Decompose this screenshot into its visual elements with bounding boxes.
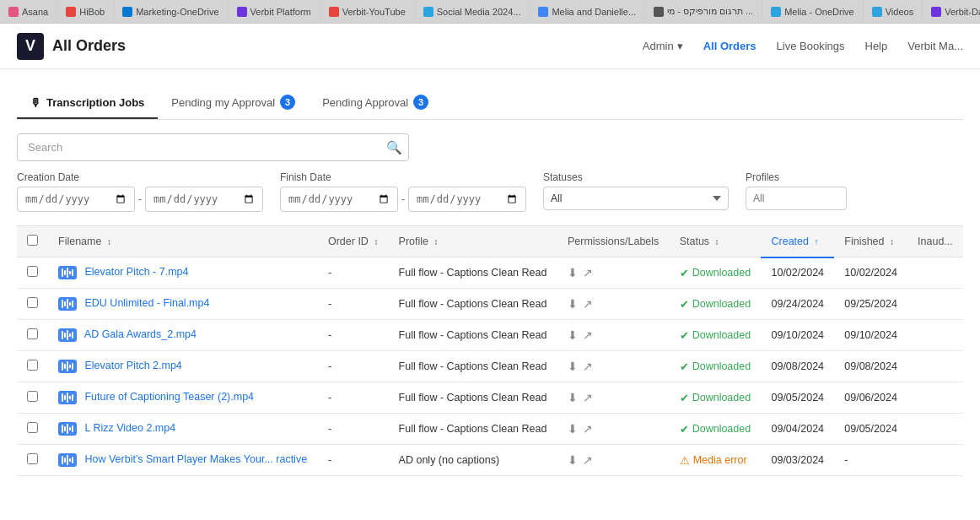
row-checkbox[interactable] <box>27 328 38 339</box>
col-label-permissions: Permissions/Labels <box>568 236 659 247</box>
filter-statuses: Statuses All <box>543 171 729 210</box>
row-permissions-cell: ⬇ ↗ <box>557 382 670 414</box>
svg-rect-19 <box>72 363 73 370</box>
browser-tab-asana[interactable]: Asana <box>0 0 57 23</box>
nav-links: Admin ▾ All Orders Live Bookings Help Ve… <box>643 40 963 52</box>
tab-pending-my-approval[interactable]: Pending my Approval 3 <box>158 86 309 120</box>
finish-date-start[interactable] <box>280 187 398 212</box>
nav-link-live-bookings[interactable]: Live Bookings <box>777 40 845 52</box>
row-status-cell: ⚠ Media error <box>670 445 762 476</box>
select-all-checkbox-header[interactable] <box>17 226 48 257</box>
col-header-permissions: Permissions/Labels <box>557 226 670 257</box>
row-checkbox-cell <box>17 289 48 320</box>
filename-link[interactable]: Future of Captioning Teaser (2).mp4 <box>84 391 254 403</box>
row-inaud-cell <box>907 382 963 414</box>
svg-rect-2 <box>67 268 68 278</box>
col-header-profile[interactable]: Profile ↕ <box>389 226 557 257</box>
profiles-input[interactable] <box>746 187 847 210</box>
browser-tab-morphix[interactable]: תרגום מורפיקס - מי ... <box>645 0 762 23</box>
row-created-cell: 10/02/2024 <box>761 257 834 289</box>
filename-link[interactable]: EDU Unlimited - Final.mp4 <box>84 297 209 309</box>
browser-tab-melia-onedrive[interactable]: Melia - OneDrive <box>762 0 864 23</box>
nav-label-live-bookings: Live Bookings <box>777 40 845 52</box>
tab-label-verbit-platform: Verbit Platform <box>250 7 311 17</box>
browser-tab-videos[interactable]: Videos <box>864 0 923 23</box>
check-icon: ✔ <box>680 267 689 279</box>
tab-transcription-jobs[interactable]: 🎙 Transcription Jobs <box>17 88 158 119</box>
file-type-icon <box>58 453 77 467</box>
statuses-select[interactable]: All <box>543 187 729 210</box>
svg-rect-15 <box>62 362 63 371</box>
svg-rect-4 <box>72 269 73 276</box>
col-label-inaud: Inaud... <box>918 236 953 247</box>
filename-link[interactable]: How Verbit's Smart Player Makes Your... … <box>84 453 307 465</box>
browser-tab-verbit-platform[interactable]: Verbit Platform <box>229 0 320 23</box>
nav-link-admin[interactable]: Admin ▾ <box>643 40 683 52</box>
share-icon: ↗ <box>583 453 593 467</box>
page-tabs: 🎙 Transcription Jobs Pending my Approval… <box>17 86 963 120</box>
row-checkbox[interactable] <box>27 266 38 277</box>
row-checkbox[interactable] <box>27 360 38 371</box>
filename-link[interactable]: Elevator Pitch 2.mp4 <box>84 360 181 371</box>
filters-row: Creation Date - Finish Date - Statuses A… <box>17 171 963 212</box>
row-filename-cell: Future of Captioning Teaser (2).mp4 <box>48 382 318 414</box>
svg-rect-32 <box>67 455 68 465</box>
row-permissions-cell: ⬇ ↗ <box>557 414 670 445</box>
tab-favicon-social <box>423 7 433 17</box>
filename-link[interactable]: AD Gala Awards_2.mp4 <box>84 328 197 340</box>
row-checkbox[interactable] <box>27 422 38 433</box>
status-badge: ✔ Downloaded <box>680 267 751 279</box>
col-header-order-id[interactable]: Order ID ↕ <box>318 226 389 257</box>
svg-rect-17 <box>67 361 68 371</box>
table-row: How Verbit's Smart Player Makes Your... … <box>17 445 963 476</box>
share-icon: ↗ <box>583 328 593 342</box>
sort-icon-profile: ↕ <box>434 237 439 246</box>
finish-date-end[interactable] <box>408 187 526 212</box>
search-input[interactable] <box>17 133 409 161</box>
col-header-finished[interactable]: Finished ↕ <box>834 226 907 257</box>
creation-date-end[interactable] <box>145 187 263 212</box>
select-all-checkbox[interactable] <box>27 235 38 246</box>
nav-link-verbit-ma[interactable]: Verbit Ma... <box>907 40 963 52</box>
browser-tab-social[interactable]: Social Media 2024... <box>415 0 530 23</box>
status-badge: ✔ Downloaded <box>680 329 751 342</box>
nav-link-all-orders[interactable]: All Orders <box>703 40 757 52</box>
col-header-inaud: Inaud... <box>907 226 963 257</box>
table-row: AD Gala Awards_2.mp4 -Full flow - Captio… <box>17 320 963 351</box>
browser-tab-marketing[interactable]: Marketing-OneDrive <box>114 0 228 23</box>
browser-tab-youtube[interactable]: Verbit-YouTube <box>320 0 415 23</box>
tab-pending-approval[interactable]: Pending Approval 3 <box>309 86 442 120</box>
col-header-created[interactable]: Created ↑ <box>761 226 834 257</box>
row-finished-cell: - <box>834 445 907 476</box>
creation-date-start[interactable] <box>17 187 135 212</box>
download-icon: ⬇ <box>568 453 578 467</box>
filename-link[interactable]: Elevator Pitch - 7.mp4 <box>84 266 188 278</box>
col-header-status[interactable]: Status ↕ <box>670 226 762 257</box>
row-permissions-cell: ⬇ ↗ <box>557 351 670 382</box>
share-icon: ↗ <box>583 360 593 373</box>
browser-tab-melia-danielle[interactable]: Melia and Danielle... <box>530 0 645 23</box>
sort-icon-order-id: ↕ <box>374 237 378 246</box>
download-icon: ⬇ <box>568 328 578 342</box>
row-finished-cell: 09/10/2024 <box>834 320 907 351</box>
row-checkbox[interactable] <box>27 297 38 308</box>
row-checkbox[interactable] <box>27 391 38 402</box>
browser-tab-hibob[interactable]: HiBob <box>57 0 114 23</box>
nav-label-verbit-ma: Verbit Ma... <box>907 40 963 52</box>
row-finished-cell: 09/06/2024 <box>834 382 907 414</box>
nav-link-help[interactable]: Help <box>865 40 888 52</box>
table-row: Elevator Pitch - 7.mp4 -Full flow - Capt… <box>17 257 963 289</box>
filename-link[interactable]: L Rizz Video 2.mp4 <box>84 422 175 434</box>
finish-date-range: - <box>280 187 526 212</box>
search-row: 🔍 <box>17 133 963 161</box>
row-checkbox[interactable] <box>27 453 38 464</box>
row-created-cell: 09/04/2024 <box>761 414 834 445</box>
row-order-id-cell: - <box>318 445 389 476</box>
svg-rect-25 <box>62 425 63 433</box>
file-type-icon <box>58 266 77 279</box>
browser-tab-verbit-dashboard[interactable]: Verbit-Dashboard <box>923 0 980 23</box>
row-order-id-cell: - <box>318 320 389 351</box>
search-button[interactable]: 🔍 <box>386 140 402 155</box>
download-icon: ⬇ <box>568 422 578 436</box>
col-header-filename[interactable]: Filename ↕ <box>48 226 318 257</box>
